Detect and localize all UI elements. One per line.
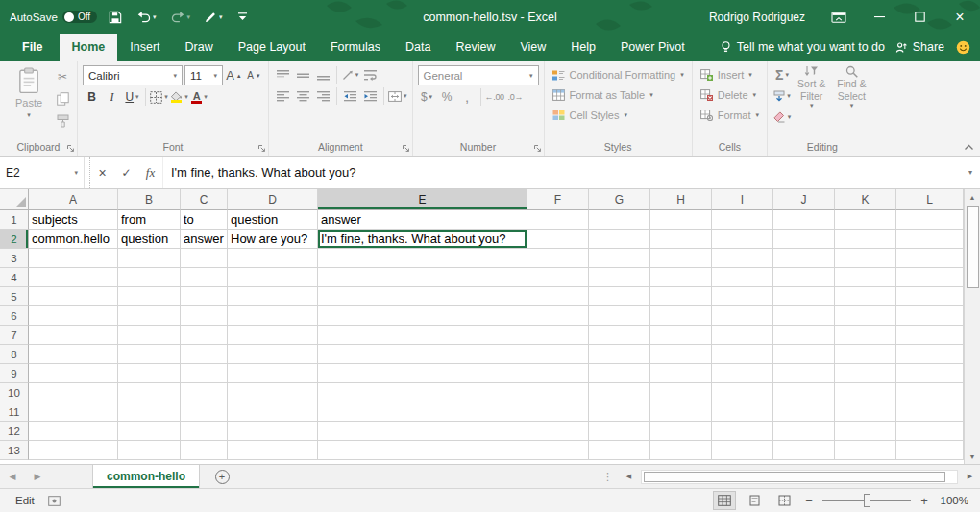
zoom-slider[interactable]	[822, 500, 911, 501]
cell[interactable]	[835, 422, 896, 441]
enter-button[interactable]: ✓	[114, 157, 138, 188]
merge-center-button[interactable]: ▾	[388, 86, 407, 106]
cell[interactable]	[773, 422, 835, 441]
cell[interactable]	[181, 249, 228, 268]
save-button[interactable]	[106, 5, 125, 30]
cell[interactable]	[29, 326, 118, 345]
increase-indent-button[interactable]	[361, 86, 380, 106]
expand-formula-bar-button[interactable]: ▾	[961, 157, 980, 188]
cell[interactable]	[118, 268, 181, 287]
decrease-indent-button[interactable]	[341, 86, 359, 106]
cell[interactable]	[527, 287, 589, 306]
feedback-button[interactable]	[950, 34, 980, 61]
cell[interactable]	[118, 345, 181, 364]
cell[interactable]	[896, 268, 964, 287]
cell[interactable]	[181, 364, 228, 383]
cell[interactable]	[118, 422, 181, 441]
cell[interactable]	[527, 306, 589, 326]
cell[interactable]	[527, 249, 589, 268]
cell[interactable]	[318, 287, 527, 306]
cell[interactable]	[181, 326, 228, 345]
cell[interactable]	[318, 306, 527, 326]
cell[interactable]	[228, 383, 318, 402]
cell[interactable]	[896, 364, 964, 383]
cell[interactable]	[181, 441, 228, 460]
cell-d1[interactable]: question	[228, 210, 318, 230]
select-all-button[interactable]	[0, 189, 29, 210]
tab-home[interactable]: Home	[60, 34, 118, 61]
cell[interactable]	[712, 364, 773, 383]
cell[interactable]	[896, 326, 964, 345]
cell[interactable]	[773, 441, 835, 460]
cell[interactable]	[228, 249, 318, 268]
tab-data[interactable]: Data	[393, 34, 443, 61]
cell[interactable]	[29, 345, 118, 364]
cell[interactable]	[318, 422, 527, 441]
row-header-5[interactable]: 5	[0, 287, 29, 306]
cell[interactable]	[29, 287, 118, 306]
share-button[interactable]: Share	[890, 34, 950, 61]
cell[interactable]	[181, 402, 228, 422]
cell[interactable]	[527, 326, 589, 345]
cell[interactable]	[773, 383, 835, 402]
font-size-select[interactable]: 11▾	[184, 65, 223, 85]
column-header-h[interactable]: H	[650, 189, 712, 210]
cell[interactable]	[228, 268, 318, 287]
column-header-g[interactable]: G	[589, 189, 650, 210]
normal-view-button[interactable]	[713, 491, 736, 510]
cell[interactable]	[29, 422, 118, 441]
orientation-button[interactable]: ▾	[341, 65, 359, 85]
align-bottom-button[interactable]	[314, 65, 332, 85]
cell[interactable]	[527, 345, 589, 364]
cell[interactable]	[773, 402, 835, 422]
undo-button[interactable]: ▾	[134, 5, 159, 30]
column-header-l[interactable]: L	[896, 189, 964, 210]
cell[interactable]	[589, 326, 650, 345]
cell[interactable]	[712, 287, 773, 306]
cell[interactable]	[712, 326, 773, 345]
format-painter-button[interactable]	[53, 111, 72, 131]
row-header-12[interactable]: 12	[0, 422, 29, 441]
alignment-dialog-launcher[interactable]	[402, 144, 410, 153]
underline-button[interactable]: U▾	[123, 87, 141, 107]
cell[interactable]	[228, 287, 318, 306]
cell[interactable]	[527, 383, 589, 402]
number-format-select[interactable]: General▾	[418, 65, 539, 85]
autosave-toggle[interactable]: AutoSave Off	[10, 11, 97, 23]
row-header-7[interactable]: 7	[0, 326, 29, 345]
cell[interactable]	[650, 287, 712, 306]
cell[interactable]	[773, 345, 835, 364]
cell-styles-button[interactable]: Cell Styles▾	[550, 106, 687, 125]
column-header-k[interactable]: K	[835, 189, 896, 210]
cell[interactable]	[589, 441, 650, 460]
cell[interactable]	[896, 383, 964, 402]
delete-cells-button[interactable]: Delete▾	[698, 85, 762, 105]
cell[interactable]	[589, 268, 650, 287]
cell[interactable]	[29, 383, 118, 402]
cell[interactable]	[527, 230, 589, 249]
cell[interactable]	[29, 364, 118, 383]
cell[interactable]	[773, 249, 835, 268]
cell[interactable]	[835, 230, 896, 249]
cell-e2-selected[interactable]: I'm fine, thanks. What about you?	[318, 230, 527, 249]
row-header-2[interactable]: 2	[0, 230, 29, 249]
align-center-button[interactable]	[294, 86, 312, 106]
cell-a2[interactable]: common.hello	[29, 230, 118, 249]
page-break-preview-button[interactable]	[772, 491, 796, 510]
row-header-3[interactable]: 3	[0, 249, 29, 268]
horizontal-scrollbar[interactable]	[641, 470, 958, 484]
cell[interactable]	[29, 249, 118, 268]
cell[interactable]	[896, 441, 964, 460]
cell[interactable]	[712, 383, 773, 402]
cell[interactable]	[181, 345, 228, 364]
cell[interactable]	[896, 345, 964, 364]
tab-file[interactable]: File	[6, 34, 60, 61]
cell[interactable]	[118, 441, 181, 460]
row-header-6[interactable]: 6	[0, 306, 29, 326]
cell[interactable]	[589, 345, 650, 364]
column-header-j[interactable]: J	[773, 189, 835, 210]
cell[interactable]	[650, 268, 712, 287]
minimize-button[interactable]	[859, 0, 899, 34]
cell[interactable]	[835, 306, 896, 326]
tab-help[interactable]: Help	[558, 34, 608, 61]
